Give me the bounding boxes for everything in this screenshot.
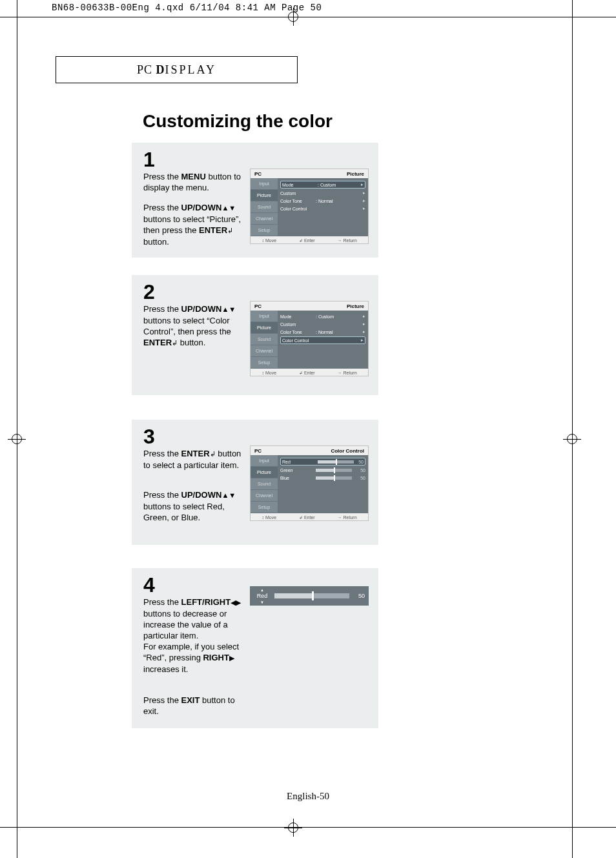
osd-tab-sound: Sound (251, 478, 278, 490)
osd-row-red: Red50 (280, 458, 365, 465)
osd-row-mode: Mode: Custom▸ (280, 312, 365, 320)
text-bold: RIGHT (203, 653, 229, 662)
updown-icon: ▲▼ (221, 491, 236, 499)
text: button. (143, 237, 169, 247)
updown-icon: ▲▼ (221, 305, 236, 313)
step-number: 3 (143, 425, 155, 449)
text: buttons to decrease or increase the valu… (143, 609, 228, 640)
slider-icon (318, 460, 354, 464)
osd-screenshot-picture: PC Picture Input Picture Sound Channel S… (250, 169, 369, 244)
text: increases it. (143, 664, 188, 674)
osd-row-green: Green50 (280, 466, 365, 474)
osd-tab-input: Input (251, 178, 278, 190)
osd-row-colortone: Color Tone: Normal▸ (280, 328, 365, 336)
text: Press the (143, 304, 181, 314)
osd-tab-setup: Setup (251, 225, 278, 236)
osd-source: PC (254, 303, 262, 309)
down-icon: ▼ (260, 600, 264, 604)
text-bold: ENTER (199, 225, 227, 235)
enter-icon: ↲ (210, 450, 216, 458)
enter-icon: ↲ (172, 339, 178, 347)
osd-tab-picture: Picture (251, 467, 278, 478)
move-icon: ↕ (262, 371, 264, 375)
enter-icon: ↲ (299, 371, 303, 375)
adjust-label: ▲ Red ▼ (254, 587, 271, 606)
step-3: 3 Press the ENTER↲ button to select a pa… (132, 420, 378, 545)
osd-title: Picture (347, 171, 364, 177)
enter-icon: ↲ (299, 515, 303, 520)
osd-tab-channel: Channel (251, 213, 278, 225)
slider-icon (316, 469, 352, 472)
slider-icon (316, 476, 352, 480)
osd-tabs: Input Picture Sound Channel Setup (251, 455, 278, 513)
registration-mark (284, 8, 302, 26)
osd-tab-setup: Setup (251, 357, 278, 369)
return-icon: → (338, 515, 342, 520)
leftright-icon: ◀▶ (231, 598, 241, 606)
header-main: D (156, 63, 165, 76)
text-bold: UP/DOWN (181, 304, 222, 314)
osd-tab-sound: Sound (251, 334, 278, 345)
step-2: 2 Press the UP/DOWN▲▼ buttons to select … (132, 275, 378, 395)
section-header: PC DISPLAY (56, 56, 298, 83)
text: Press the (143, 172, 181, 181)
osd-footer: ↕ Move ↲ Enter → Return (251, 236, 368, 245)
page-title: Customizing the color (143, 111, 333, 132)
text-bold: EXIT (181, 695, 200, 705)
registration-mark (563, 430, 581, 448)
text-bold: MENU (181, 172, 206, 181)
step-4: 4 Press the LEFT/RIGHT◀▶ buttons to decr… (132, 568, 378, 728)
up-icon: ▲ (260, 588, 264, 592)
osd-source: PC (254, 171, 262, 177)
move-icon: ↕ (262, 238, 264, 243)
text: Press the (143, 597, 181, 607)
osd-row-colorcontrol: Color Control▸ (280, 336, 365, 344)
crop-mark (17, 0, 17, 858)
return-icon: → (338, 371, 342, 375)
header-prefix: PC (137, 63, 156, 76)
text: buttons to select “Color Control”, then … (143, 316, 231, 336)
text-bold: UP/DOWN (181, 490, 222, 500)
step-number: 1 (143, 148, 155, 172)
osd-row-mode: Mode: Custom▸ (280, 181, 365, 189)
osd-footer: ↕ Move ↲ Enter → Return (251, 369, 368, 377)
text: Press the (143, 449, 181, 458)
osd-tabs: Input Picture Sound Channel Setup (251, 178, 278, 236)
print-slug: BN68-00633B-00Eng 4.qxd 6/11/04 8:41 AM … (52, 3, 322, 13)
header-rest: ISPLAY (165, 63, 216, 76)
right-icon: ▶ (229, 654, 234, 662)
text-bold: ENTER (143, 338, 172, 347)
crop-mark (0, 17, 616, 17)
enter-icon: ↲ (299, 238, 303, 243)
text: Press the (143, 490, 181, 500)
osd-tab-channel: Channel (251, 345, 278, 357)
osd-main: Red50 Green50 Blue50 (278, 455, 368, 513)
step-1: 1 Press the MENU button to display the m… (132, 143, 378, 258)
osd-tab-input: Input (251, 455, 278, 467)
text: Press the (143, 695, 181, 705)
adjust-value: 50 (353, 593, 365, 599)
osd-footer: ↕ Move ↲ Enter → Return (251, 513, 368, 522)
text-bold: LEFT/RIGHT (181, 597, 231, 607)
osd-tabs: Input Picture Sound Channel Setup (251, 311, 278, 369)
osd-main: Mode: Custom▸ Custom▸ Color Tone: Normal… (278, 178, 368, 236)
osd-screenshot-colorcontrol: PC Color Control Input Picture Sound Cha… (250, 445, 369, 521)
osd-row-blue: Blue50 (280, 474, 365, 482)
osd-row-custom: Custom▸ (280, 189, 365, 197)
updown-icon: ▲▼ (221, 204, 236, 212)
slider-icon (274, 593, 349, 598)
registration-mark (8, 430, 26, 448)
osd-row-colorcontrol: Color Control▸ (280, 205, 365, 212)
crop-mark (572, 0, 573, 858)
osd-source: PC (254, 448, 262, 454)
osd-row-colortone: Color Tone: Normal▸ (280, 197, 365, 205)
osd-title: Picture (347, 303, 364, 309)
text-bold: ENTER (181, 449, 210, 458)
section-header-text: PC DISPLAY (137, 63, 216, 77)
osd-screenshot-picture: PC Picture Input Picture Sound Channel S… (250, 301, 369, 376)
osd-tab-sound: Sound (251, 201, 278, 213)
osd-title: Color Control (331, 448, 364, 454)
osd-tab-input: Input (251, 311, 278, 322)
osd-adjust-red: ▲ Red ▼ 50 (250, 586, 369, 606)
text: button. (178, 338, 205, 347)
